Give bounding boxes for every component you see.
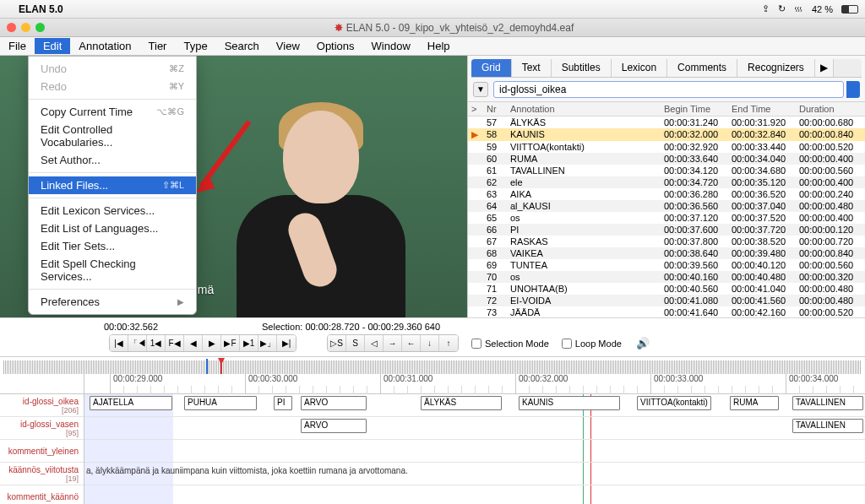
- grid-row[interactable]: 70os00:00:40.16000:00:40.48000:00:00.320: [468, 271, 865, 283]
- menu-tier[interactable]: Tier: [140, 38, 176, 54]
- track-kaannos-viitotusta[interactable]: a, älykkäämpänä ja kauniimpana kuin viit…: [84, 463, 865, 485]
- selection-mode-checkbox[interactable]: Selection Mode: [471, 339, 549, 349]
- track-id-glossi-oikea[interactable]: AJATELLAPUHUAPIARVOÄLYKÄSKAUNISVIITTOA(k…: [84, 394, 865, 417]
- menu-item-preferences[interactable]: Preferences▶: [29, 293, 196, 311]
- battery-icon[interactable]: [841, 5, 858, 14]
- menu-item-languages[interactable]: Edit List of Languages...: [29, 219, 196, 237]
- grid-header-annotation[interactable]: Annotation: [507, 102, 661, 116]
- annotation-grid[interactable]: > Nr Annotation Begin Time End Time Dura…: [468, 101, 865, 317]
- grid-row[interactable]: ▶58KAUNIS00:00:32.00000:00:32.84000:00:0…: [468, 128, 865, 141]
- transport-button[interactable]: ↑: [439, 335, 458, 351]
- mac-app-name[interactable]: ELAN 5.0: [19, 3, 63, 15]
- tab-text[interactable]: Text: [512, 59, 552, 77]
- transport-button[interactable]: →: [384, 335, 402, 351]
- annotation-segment[interactable]: AJATELLA: [90, 396, 172, 410]
- annotation-segment[interactable]: VIITTOA(kontakti): [637, 396, 711, 410]
- transport-button[interactable]: F◀: [166, 335, 184, 351]
- tab-recognizers[interactable]: Recognizers: [737, 59, 815, 77]
- annotation-segment[interactable]: ARVO: [301, 419, 367, 433]
- grid-row[interactable]: 64al_KAUSI00:00:36.56000:00:37.04000:00:…: [468, 200, 865, 212]
- menu-item-linked-files[interactable]: Linked Files...⇧⌘L: [29, 176, 196, 194]
- grid-row[interactable]: 73JÄÄDÄ00:00:41.64000:00:42.16000:00:00.…: [468, 306, 865, 317]
- grid-row[interactable]: 72EI-VOIDA00:00:41.08000:00:41.56000:00:…: [468, 295, 865, 306]
- grid-row[interactable]: 61TAVALLINEN00:00:34.12000:00:34.68000:0…: [468, 165, 865, 176]
- tab-comments[interactable]: Comments: [667, 59, 737, 77]
- tabs-overflow-icon[interactable]: ▶: [815, 59, 834, 77]
- overview-cursor[interactable]: [206, 359, 208, 376]
- clock-icon[interactable]: ↻: [778, 3, 786, 14]
- menu-help[interactable]: Help: [419, 38, 459, 54]
- grid-header-begin-time[interactable]: Begin Time: [661, 102, 728, 116]
- grid-header-end-time[interactable]: End Time: [728, 102, 796, 116]
- menu-search[interactable]: Search: [216, 38, 268, 54]
- grid-row[interactable]: 68VAIKEA00:00:38.64000:00:39.48000:00:00…: [468, 247, 865, 259]
- annotation-segment[interactable]: ÄLYKÄS: [421, 396, 502, 410]
- grid-header-duration[interactable]: Duration: [796, 102, 865, 116]
- annotation-segment[interactable]: TAVALLINEN: [792, 396, 863, 410]
- grid-row[interactable]: 63AIKA00:00:36.28000:00:36.52000:00:00.2…: [468, 188, 865, 200]
- menu-options[interactable]: Options: [308, 38, 363, 54]
- menu-item-edit-cv[interactable]: Edit Controlled Vocabularies...: [29, 121, 196, 151]
- tier-label-id-glossi-vasen[interactable]: id-glossi_vasen[95]: [0, 417, 84, 440]
- grid-row[interactable]: 66PI00:00:37.60000:00:37.72000:00:00.120: [468, 224, 865, 236]
- menu-item-copy-current-time[interactable]: Copy Current Time⌥⌘G: [29, 103, 196, 121]
- tier-selector-caret-icon[interactable]: [846, 81, 860, 98]
- menu-window[interactable]: Window: [363, 38, 419, 54]
- track-kommentit-kaanno[interactable]: [84, 485, 865, 504]
- menu-annotation[interactable]: Annotation: [70, 38, 139, 54]
- menu-file[interactable]: File: [0, 38, 35, 54]
- transport-button[interactable]: ↓: [421, 335, 439, 351]
- transport-button[interactable]: ▶: [203, 335, 221, 351]
- grid-row[interactable]: 69TUNTEA00:00:39.56000:00:40.12000:00:00…: [468, 259, 865, 271]
- transport-button[interactable]: S: [346, 335, 365, 351]
- annotation-segment[interactable]: TAVALLINEN: [792, 419, 863, 433]
- track-id-glossi-vasen[interactable]: ARVOTAVALLINEN: [84, 417, 865, 440]
- grid-row[interactable]: 65os00:00:37.12000:00:37.52000:00:00.400: [468, 212, 865, 224]
- transport-button[interactable]: ◀: [184, 335, 203, 351]
- transport-button[interactable]: ▶|: [277, 335, 296, 351]
- track-kommentit-yleinen[interactable]: [84, 440, 865, 463]
- transport-button[interactable]: ←: [402, 335, 421, 351]
- menu-type[interactable]: Type: [175, 38, 215, 54]
- transport-button[interactable]: |◀: [110, 335, 128, 351]
- annotation-segment[interactable]: PUHUA: [184, 396, 257, 410]
- transport-button[interactable]: ▶F: [221, 335, 240, 351]
- menu-item-tier-sets[interactable]: Edit Tier Sets...: [29, 237, 196, 255]
- minimize-icon[interactable]: [21, 23, 30, 32]
- tab-subtitles[interactable]: Subtitles: [552, 59, 612, 77]
- tab-grid[interactable]: Grid: [471, 59, 512, 77]
- transport-button[interactable]: ◁: [365, 335, 384, 351]
- volume-icon[interactable]: 🔊: [636, 337, 650, 350]
- timeline-ruler[interactable]: 00:00:29.00000:00:30.00000:00:31.00000:0…: [84, 374, 865, 394]
- grid-row[interactable]: 59VIITTOA(kontakti)00:00:32.92000:00:33.…: [468, 141, 865, 153]
- grid-header-nr[interactable]: Nr: [483, 102, 507, 116]
- close-icon[interactable]: [7, 23, 16, 32]
- grid-row[interactable]: 67RASKAS00:00:37.80000:00:38.52000:00:00…: [468, 236, 865, 247]
- transport-button[interactable]: ▶1: [240, 335, 258, 351]
- grid-row[interactable]: 60RUMA00:00:33.64000:00:34.04000:00:00.4…: [468, 153, 865, 165]
- transport-button[interactable]: ▶」: [258, 335, 277, 351]
- tier-label-id-glossi-oikea[interactable]: id-glossi_oikea[206]: [0, 394, 84, 417]
- menu-edit[interactable]: Edit: [35, 38, 70, 54]
- transport-button[interactable]: 「◀: [128, 335, 147, 351]
- annotation-segment[interactable]: ARVO: [301, 396, 367, 410]
- transport-button[interactable]: 1◀: [147, 335, 166, 351]
- traffic-lights[interactable]: [7, 23, 45, 32]
- tab-lexicon[interactable]: Lexicon: [612, 59, 667, 77]
- tier-label-kommentit-kaanno[interactable]: kommentit_käännö: [0, 485, 84, 504]
- zoom-icon[interactable]: [35, 23, 45, 32]
- menu-item-set-author[interactable]: Set Author...: [29, 151, 196, 169]
- menu-item-undo[interactable]: Undo⌘Z: [29, 60, 196, 78]
- tier-selector-combo[interactable]: id-glossi_oikea: [493, 81, 844, 98]
- upload-icon[interactable]: ⇪: [762, 3, 770, 14]
- menu-item-spell[interactable]: Edit Spell Checking Services...: [29, 255, 196, 285]
- tier-label-kaannos-viitotusta[interactable]: käännös_viitotusta[19]: [0, 463, 84, 485]
- tier-dropdown-toggle[interactable]: ▼: [473, 82, 488, 97]
- annotation-segment[interactable]: PI: [274, 396, 292, 410]
- annotation-segment[interactable]: KAUNIS: [519, 396, 620, 410]
- menu-view[interactable]: View: [268, 38, 308, 54]
- menu-item-redo[interactable]: Redo⌘Y: [29, 78, 196, 95]
- menu-item-lexicon-services[interactable]: Edit Lexicon Services...: [29, 202, 196, 219]
- waveform-overview[interactable]: [3, 360, 862, 374]
- grid-row[interactable]: 71UNOHTAA(B)00:00:40.56000:00:41.04000:0…: [468, 283, 865, 295]
